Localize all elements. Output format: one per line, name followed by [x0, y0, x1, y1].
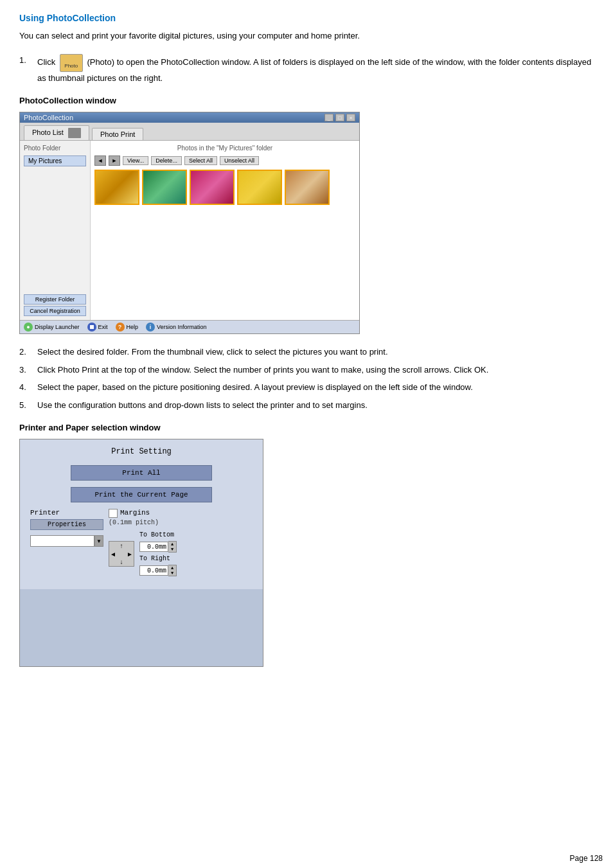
launcher-icon: ● — [24, 323, 33, 332]
step-2-text: Select the desired folder. From the thum… — [37, 346, 594, 359]
photo-thumb-4[interactable] — [237, 170, 282, 205]
step-5-num: 5. — [19, 399, 37, 412]
page-title: Using PhotoCollection — [19, 13, 594, 23]
delete-button[interactable]: Delete... — [151, 156, 182, 165]
right-margin-input-row: 0.0mm ▲ ▼ — [139, 565, 177, 576]
status-help[interactable]: ? Help — [116, 323, 139, 332]
bottom-value: 0.0mm — [147, 544, 166, 551]
photo-list-icon — [68, 128, 81, 138]
step-3: 3. Click Photo Print at the top of the w… — [19, 364, 594, 376]
window-title: PhotoCollection — [24, 114, 73, 121]
step-1: 1. Click (Photo) to open the PhotoCollec… — [19, 54, 594, 85]
right-margin-input[interactable]: 0.0mm — [139, 565, 168, 576]
select-all-button[interactable]: Select All — [184, 156, 217, 165]
right-panel: Photos in the "My Pictures" folder ◄ ► V… — [91, 141, 359, 320]
step-1-num: 1. — [19, 54, 37, 67]
margins-values: To Bottom 0.0mm ▲ ▼ — [139, 531, 177, 576]
photo-thumb-1[interactable] — [94, 170, 139, 205]
bottom-up-button[interactable]: ▲ — [168, 542, 176, 547]
version-label: Version Information — [157, 324, 207, 330]
close-button[interactable]: × — [346, 114, 355, 121]
left-arrow-icon: ◄ — [110, 551, 116, 558]
status-launcher[interactable]: ● Display Launcher — [24, 323, 80, 332]
bottom-margin-input-row: 0.0mm ▲ ▼ — [139, 541, 177, 553]
my-pictures-folder[interactable]: My Pictures — [24, 155, 86, 166]
tab-photo-print[interactable]: Photo Print — [92, 128, 143, 140]
step-4-num: 4. — [19, 381, 37, 394]
steps-list: 1. Click (Photo) to open the PhotoCollec… — [19, 54, 594, 85]
right-margin-row: To Right — [139, 555, 177, 562]
step-3-text: Click Photo Print at the top of the wind… — [37, 364, 594, 376]
photos-grid — [94, 170, 355, 205]
printer-select[interactable] — [30, 535, 94, 547]
steps-2-5: 2. Select the desired folder. From the t… — [19, 346, 594, 411]
bottom-down-button[interactable]: ▼ — [168, 547, 176, 552]
to-right-label: To Right — [139, 555, 170, 562]
properties-button[interactable]: Properties — [30, 519, 103, 530]
info-icon: i — [146, 323, 155, 332]
window-titlebar: PhotoCollection _ □ × — [20, 112, 359, 123]
print-window-bottom — [20, 589, 263, 666]
step-2-num: 2. — [19, 346, 37, 359]
step-2: 2. Select the desired folder. From the t… — [19, 346, 594, 359]
status-exit[interactable]: ⏹ Exit — [87, 323, 108, 332]
page-number: Page 128 — [570, 854, 603, 863]
step-5: 5. Use the configuration buttons and dro… — [19, 399, 594, 412]
step-1-text: Click (Photo) to open the PhotoCollectio… — [37, 54, 594, 85]
direction-arrows: ◄ ► — [109, 541, 134, 567]
help-icon: ? — [116, 323, 125, 332]
photocollection-window: PhotoCollection _ □ × Photo List Photo P… — [19, 112, 360, 334]
tab-photo-list-label: Photo List — [32, 128, 64, 136]
margins-section: Margins (0.1mm pitch) ◄ ► To Bottom — [109, 509, 253, 576]
folder-label: Photo Folder — [24, 145, 86, 152]
bottom-margin-input-box: 0.0mm ▲ ▼ — [139, 541, 177, 553]
left-panel: Photo Folder My Pictures Register Folder… — [20, 141, 91, 320]
tab-photo-list[interactable]: Photo List — [24, 125, 89, 140]
right-margin-input-box: 0.0mm ▲ ▼ — [139, 565, 177, 576]
margins-control: ◄ ► To Bottom 0.0mm — [109, 531, 253, 576]
register-buttons: Register Folder Cancel Registration — [24, 294, 86, 316]
register-folder-button[interactable]: Register Folder — [24, 294, 86, 305]
bottom-margin-spinner: ▲ ▼ — [168, 541, 177, 553]
print-current-button[interactable]: Print the Current Page — [71, 487, 212, 502]
bottom-margin-input[interactable]: 0.0mm — [139, 542, 168, 552]
to-bottom-label: To Bottom — [139, 531, 174, 538]
photo-thumb-3[interactable] — [190, 170, 235, 205]
window-controls[interactable]: _ □ × — [324, 114, 355, 121]
status-version[interactable]: i Version Information — [146, 323, 207, 332]
intro-text: You can select and print your favorite d… — [19, 30, 594, 42]
printer-label: Printer — [30, 509, 103, 517]
printer-row: Printer Properties ▼ Margins (0.1mm pitc… — [30, 509, 253, 576]
print-window-inner: Print Setting Print All Print the Curren… — [20, 439, 263, 584]
window-tabs: Photo List Photo Print — [20, 123, 359, 140]
dropdown-arrow-icon[interactable]: ▼ — [94, 535, 103, 547]
titlebar-left: PhotoCollection — [24, 114, 73, 121]
step-5-text: Use the configuration buttons and drop-d… — [37, 399, 594, 412]
right-down-button[interactable]: ▼ — [168, 571, 176, 576]
margins-checkbox[interactable] — [109, 509, 118, 518]
view-button[interactable]: View... — [123, 156, 148, 165]
print-all-button[interactable]: Print All — [71, 465, 212, 481]
step-4: 4. Select the paper, based on the pictur… — [19, 381, 594, 394]
print-setting-window: Print Setting Print All Print the Curren… — [19, 439, 263, 667]
photo-thumb-5[interactable] — [285, 170, 330, 205]
bottom-margin-row: To Bottom — [139, 531, 177, 538]
step-4-text: Select the paper, based on the picture p… — [37, 381, 594, 394]
minimize-button[interactable]: _ — [324, 114, 333, 121]
cancel-registration-button[interactable]: Cancel Registration — [24, 306, 86, 316]
right-arrow-icon: ► — [127, 551, 133, 558]
right-value: 0.0mm — [147, 567, 166, 574]
step-3-num: 3. — [19, 364, 37, 376]
unselect-all-button[interactable]: Unselect All — [220, 156, 259, 165]
right-up-button[interactable]: ▲ — [168, 565, 176, 571]
restore-button[interactable]: □ — [335, 114, 344, 121]
printer-section-title: Printer and Paper selection window — [19, 423, 594, 432]
window-statusbar: ● Display Launcher ⏹ Exit ? Help i Versi… — [20, 320, 359, 333]
forward-icon[interactable]: ► — [109, 155, 120, 166]
help-label: Help — [127, 324, 139, 330]
back-icon[interactable]: ◄ — [94, 155, 106, 166]
launcher-label: Display Launcher — [35, 324, 80, 330]
photos-label: Photos in the "My Pictures" folder — [94, 145, 355, 152]
photo-thumb-2[interactable] — [142, 170, 187, 205]
printer-dropdown[interactable]: ▼ — [30, 535, 103, 547]
